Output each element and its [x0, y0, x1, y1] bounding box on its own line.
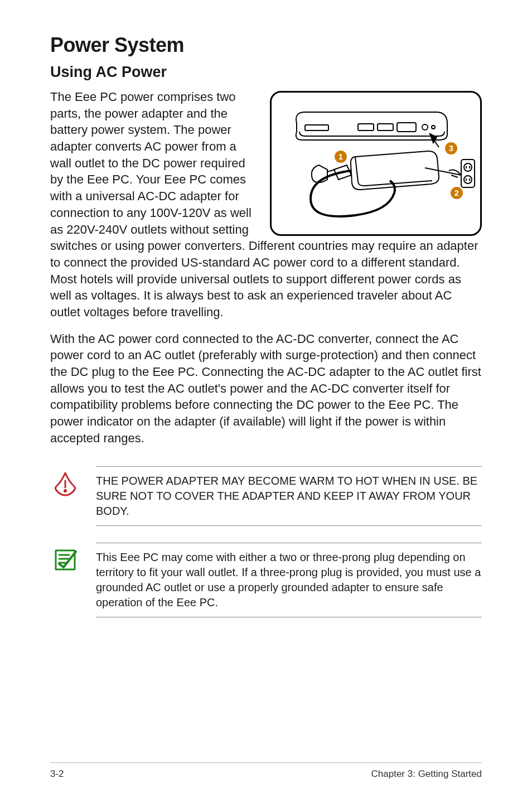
svg-rect-2: [397, 123, 416, 132]
dc-cable-icon: [311, 171, 395, 216]
note-icon: [50, 543, 80, 617]
power-connection-diagram: 3 1: [270, 91, 482, 236]
label-1: 1: [335, 151, 347, 163]
laptop-icon: [296, 112, 447, 140]
details-block: With the AC power cord connected to the …: [50, 331, 482, 447]
svg-point-4: [432, 125, 435, 129]
section-heading: Using AC Power: [50, 64, 482, 81]
note-callout: This Eee PC may come with either a two o…: [50, 543, 482, 617]
intro-block: 3 1: [50, 89, 482, 321]
svg-text:2: 2: [454, 189, 459, 197]
note-text: This Eee PC may come with either a two o…: [96, 543, 482, 617]
page: Power System Using AC Power: [0, 0, 532, 802]
svg-text:3: 3: [449, 144, 453, 153]
ac-plug-icon: [312, 165, 351, 182]
chapter-label: Chapter 3: Getting Started: [371, 769, 482, 780]
spacer: [50, 634, 482, 751]
adapter-icon: [351, 151, 461, 190]
page-footer: 3-2 Chapter 3: Getting Started: [50, 762, 482, 780]
label-2: 2: [451, 187, 463, 199]
warning-text: THE POWER ADAPTER MAY BECOME WARM TO HOT…: [96, 466, 482, 526]
diagram-svg: 3 1: [272, 93, 480, 234]
svg-line-10: [425, 168, 461, 175]
svg-point-17: [464, 176, 472, 183]
svg-rect-1: [378, 124, 393, 131]
svg-point-3: [422, 124, 428, 130]
svg-rect-0: [358, 124, 374, 131]
warning-icon: [50, 466, 80, 526]
svg-text:1: 1: [338, 152, 343, 161]
details-paragraph: With the AC power cord connected to the …: [50, 331, 482, 447]
page-title: Power System: [50, 33, 482, 57]
svg-point-16: [464, 163, 472, 171]
svg-point-25: [64, 490, 66, 492]
warning-callout: THE POWER ADAPTER MAY BECOME WARM TO HOT…: [50, 466, 482, 526]
page-number: 3-2: [50, 769, 64, 780]
svg-rect-5: [305, 125, 328, 131]
label-3: 3: [445, 142, 457, 154]
